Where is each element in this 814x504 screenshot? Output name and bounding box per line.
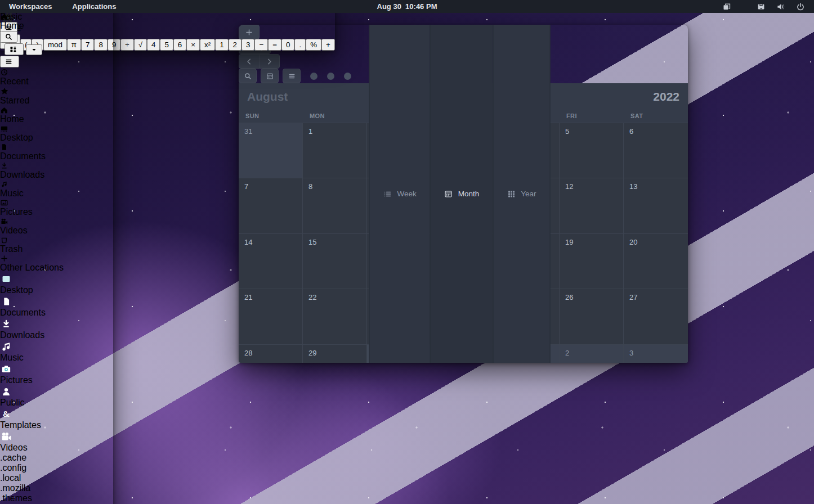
desktop-icon <box>0 124 113 133</box>
view-year[interactable]: Year <box>493 25 550 363</box>
key-5[interactable]: 5 <box>160 39 173 51</box>
file-item[interactable]: .mozilla <box>0 483 113 493</box>
folder-shape <box>0 385 113 398</box>
window-button[interactable] <box>310 73 317 80</box>
key-1[interactable]: 1 <box>215 39 228 51</box>
sidebar-item-downloads[interactable]: Downloads <box>0 161 113 180</box>
file-item[interactable]: Desktop <box>0 273 113 295</box>
weekday-label: MON <box>303 110 367 123</box>
file-item[interactable]: Public <box>0 385 113 408</box>
sidebar-item-desktop[interactable]: Desktop <box>0 124 113 143</box>
panel-menu-workspaces[interactable]: Workspaces <box>9 2 52 11</box>
document-icon <box>0 143 113 151</box>
file-grid: DesktopDocumentsDownloadsMusicPicturesPu… <box>0 273 113 504</box>
key-÷[interactable]: ÷ <box>120 39 133 51</box>
key-×[interactable]: × <box>186 39 200 51</box>
key-4[interactable]: 4 <box>147 39 160 51</box>
calendar-day-cell[interactable]: 8 <box>303 178 367 233</box>
sidebar-item-music[interactable]: Music <box>0 180 113 199</box>
calendar-day-cell[interactable]: 15 <box>303 234 367 289</box>
calendar-day-cell[interactable]: 7 <box>239 178 303 233</box>
file-item[interactable]: Pictures <box>0 363 113 385</box>
mini-calendar-button[interactable] <box>261 69 279 83</box>
window-button[interactable] <box>327 73 334 80</box>
sidebar-item-starred[interactable]: Starred <box>0 87 113 106</box>
file-item[interactable]: .cache <box>0 453 113 463</box>
calendar-day-cell[interactable]: 12 <box>560 178 624 233</box>
file-item-label: Desktop <box>0 285 113 295</box>
view-week[interactable]: Week <box>369 25 430 363</box>
volume-icon[interactable] <box>776 2 785 11</box>
search-button[interactable] <box>239 69 257 83</box>
search-button[interactable] <box>0 31 17 43</box>
calendar-day-cell[interactable]: 3 <box>624 345 688 363</box>
path-label: Home <box>0 21 24 30</box>
folder-shape <box>0 273 113 285</box>
calendar-day-cell[interactable]: 22 <box>303 289 367 344</box>
key-+[interactable]: + <box>321 39 335 51</box>
panel-menu-applications[interactable]: Applications <box>72 2 116 11</box>
network-icon[interactable] <box>757 2 766 11</box>
calendar-day-cell[interactable]: 19 <box>560 234 624 289</box>
file-item[interactable]: .config <box>0 463 113 473</box>
calendar-day-cell[interactable]: 26 <box>560 289 624 344</box>
calendar-day-cell[interactable]: 29 <box>303 345 367 363</box>
file-item[interactable]: Videos <box>0 430 113 453</box>
key-0[interactable]: 0 <box>281 39 294 51</box>
calendar-day-cell[interactable]: 28 <box>239 345 303 363</box>
sidebar-item-trash[interactable]: Trash <box>0 236 113 254</box>
system-tray <box>722 2 814 11</box>
window-button[interactable] <box>344 73 351 80</box>
key-%[interactable]: % <box>306 39 321 51</box>
key-6[interactable]: 6 <box>173 39 186 51</box>
next-button[interactable] <box>259 54 280 69</box>
calendar-icon <box>266 72 274 80</box>
calendar-day-cell[interactable]: 13 <box>624 178 688 233</box>
icon-view-button[interactable] <box>5 43 24 55</box>
key-.[interactable]: . <box>294 39 306 51</box>
menu-button[interactable] <box>0 56 19 68</box>
key-=[interactable]: = <box>268 39 281 51</box>
sidebar-item-recent[interactable]: Recent <box>0 68 113 87</box>
file-item-label: Videos <box>0 443 113 453</box>
file-item[interactable]: Downloads <box>0 318 113 340</box>
file-item[interactable]: .themes <box>0 493 113 503</box>
sidebar-item-home[interactable]: Home <box>0 106 113 124</box>
sidebar-item-other-locations[interactable]: Other Locations <box>0 254 113 273</box>
sidebar-item-videos[interactable]: Videos <box>0 217 113 236</box>
calendar-day-cell[interactable]: 20 <box>624 234 688 289</box>
calendar-day-cell[interactable]: 6 <box>624 123 688 178</box>
prev-button[interactable] <box>239 54 260 69</box>
file-item[interactable]: &Templates <box>0 408 113 430</box>
folder-shape <box>0 363 113 375</box>
calendar-day-cell[interactable]: 27 <box>624 289 688 344</box>
view-month[interactable]: Month <box>430 25 493 363</box>
sidebar-item-pictures[interactable]: Pictures <box>0 199 113 217</box>
view-dropdown-button[interactable] <box>26 44 42 55</box>
key-−[interactable]: − <box>254 39 268 51</box>
file-item[interactable]: .local <box>0 473 113 483</box>
windows-icon[interactable] <box>722 2 731 11</box>
key-x²[interactable]: x² <box>200 39 215 51</box>
key-3[interactable]: 3 <box>241 39 254 51</box>
calendar-day-cell[interactable]: 31 <box>239 123 303 178</box>
panel-clock[interactable]: Aug 30 10:46 PM <box>377 2 437 11</box>
file-item[interactable]: Music <box>0 340 113 363</box>
places-sidebar: RecentStarredHomeDesktopDocumentsDownloa… <box>0 68 113 273</box>
menu-button[interactable] <box>283 69 301 83</box>
file-item[interactable]: Documents <box>0 295 113 318</box>
key-2[interactable]: 2 <box>229 39 241 51</box>
power-icon[interactable] <box>796 2 805 11</box>
template-glyph-icon: & <box>0 408 113 420</box>
sidebar-item-documents[interactable]: Documents <box>0 143 113 161</box>
path-bar[interactable]: Home <box>0 12 113 31</box>
sidebar-item-label: Trash <box>0 244 23 254</box>
calendar-day-cell[interactable]: 1 <box>303 123 367 178</box>
calendar-day-cell[interactable]: 2 <box>560 345 624 363</box>
calendar-day-cell[interactable]: 5 <box>560 123 624 178</box>
calendar-day-cell[interactable]: 14 <box>239 234 303 289</box>
key-√[interactable]: √ <box>134 39 147 51</box>
picture-icon <box>0 199 113 207</box>
calendar-day-cell[interactable]: 21 <box>239 289 303 344</box>
screen-glyph-icon <box>0 273 113 285</box>
